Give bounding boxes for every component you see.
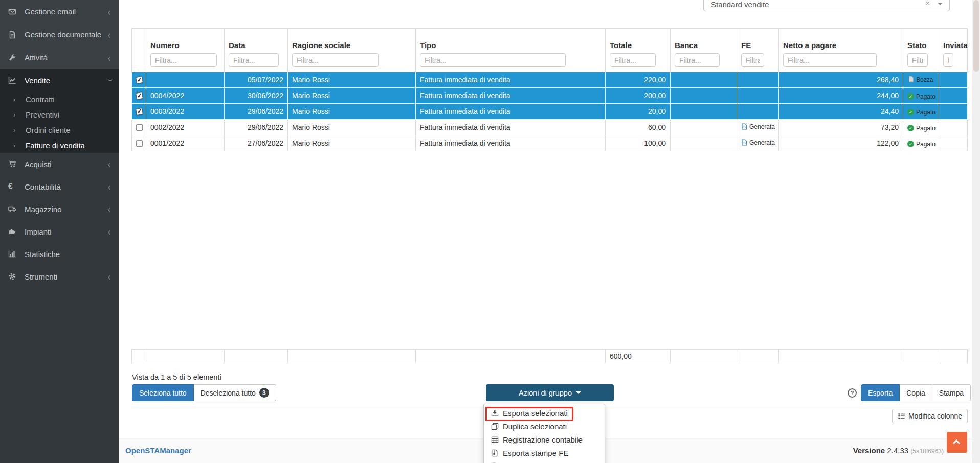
column-header-totale: Totale [606, 29, 671, 72]
column-header-tipo: Tipo [416, 29, 606, 72]
table-row[interactable]: 0004/2022 30/06/2022 Mario Rossi Fattura… [132, 88, 968, 104]
deselect-all-button[interactable]: Deseleziona tutto 3 [194, 384, 276, 401]
group-actions-menu: Esporta selezionati Duplica selezionati … [483, 404, 605, 463]
chevron-left-icon: ‹ [108, 158, 110, 170]
group-actions-button[interactable]: Azioni di gruppo [486, 384, 614, 401]
chevron-right-icon: › [13, 96, 26, 103]
column-header-data: Data [225, 29, 288, 72]
table-header-row: Numero Data Ragione sociale Tipo [132, 29, 968, 72]
sidebar-item-label: Statistiche [25, 250, 110, 259]
filter-input-netto[interactable] [783, 53, 877, 67]
results-summary: Vista da 1 a 5 di 5 elementi [132, 373, 221, 381]
table-grid-icon [491, 436, 499, 444]
chevron-left-icon: ‹ [108, 181, 110, 192]
table-row[interactable]: 05/07/2022 Mario Rossi Fattura immediata… [132, 72, 968, 88]
chevron-left-icon: ‹ [108, 271, 110, 282]
chevron-left-icon: ‹ [108, 52, 110, 63]
sidebar-item-strumenti[interactable]: Strumenti ‹ [0, 265, 119, 288]
sidebar-subitem-label: Ordini cliente [26, 126, 71, 134]
sidebar-subitem-fatture-di-vendita[interactable]: › Fatture di vendita [0, 137, 119, 153]
chevron-right-icon: › [13, 126, 26, 134]
menu-item-registrazione-contabile[interactable]: Registrazione contabile [484, 433, 605, 446]
edit-columns-button[interactable]: Modifica colonne [892, 409, 968, 423]
caret-down-icon [576, 391, 581, 394]
scrollbar-thumb[interactable] [973, 0, 979, 72]
file-xml-icon [741, 123, 747, 130]
sidebar-item-statistiche[interactable]: Statistiche [0, 243, 119, 265]
selection-buttons: Seleziona tutto Deseleziona tutto 3 [132, 384, 276, 401]
cart-icon [8, 160, 21, 168]
filter-input-stato[interactable] [907, 53, 928, 67]
envelope-icon [8, 8, 21, 16]
sidebar-subitem-label: Preventivi [26, 110, 59, 119]
draft-icon [908, 76, 914, 84]
fe-generated-badge: Generata [741, 139, 775, 146]
menu-item-esporta-selezionati[interactable]: Esporta selezionati [484, 406, 605, 420]
version-text: Versione 2.4.33 (5a18f6963) [853, 446, 944, 455]
row-checkbox[interactable] [136, 140, 143, 147]
status-badge: Pagato [907, 125, 936, 132]
sidebar-item-attivita[interactable]: Attività ‹ [0, 46, 119, 69]
filter-input-numero[interactable] [150, 53, 217, 67]
status-badge: Pagato [907, 141, 936, 148]
table-row[interactable]: 0001/2022 27/06/2022 Mario Rossi Fattura… [132, 135, 968, 151]
filter-input-tipo[interactable] [420, 53, 566, 67]
help-icon[interactable] [848, 388, 857, 398]
filter-input-inviata[interactable] [943, 53, 953, 67]
filter-input-fe[interactable] [741, 53, 764, 67]
column-header-fe: FE [737, 29, 779, 72]
sidebar-item-label: Gestione email [25, 7, 108, 16]
menu-item-esporta-fatture-elettroniche[interactable]: Esporta fatture elettroniche [484, 459, 605, 463]
sidebar-subitem-contratti[interactable]: › Contratti [0, 91, 119, 107]
sidebar-subitem-preventivi[interactable]: › Preventivi [0, 107, 119, 122]
brand-link[interactable]: OpenSTAManager [125, 446, 191, 455]
status-badge: Pagato [907, 93, 936, 100]
export-button[interactable]: Esporta [861, 384, 900, 401]
sidebar-item-contabilita[interactable]: Contabilità ‹ [0, 175, 119, 198]
sidebar-item-magazzino[interactable]: Magazzino ‹ [0, 198, 119, 220]
row-checkbox-checked[interactable] [136, 76, 143, 84]
menu-item-duplica-selezionati[interactable]: Duplica selezionati [484, 420, 605, 433]
filter-input-totale[interactable] [610, 53, 656, 67]
module-select-value: Standard vendite [711, 0, 769, 9]
sidebar-item-gestione-documentale[interactable]: Gestione documentale ‹ [0, 23, 119, 46]
chevron-left-icon: ‹ [108, 6, 110, 17]
sidebar-item-vendite[interactable]: Vendite ‹ [0, 69, 119, 91]
paid-check-icon [907, 109, 914, 115]
sidebar-item-label: Attività [25, 53, 108, 62]
status-badge: Pagato [907, 109, 936, 116]
module-select[interactable]: Standard vendite [703, 0, 950, 11]
menu-item-esporta-stampe-fe[interactable]: Esporta stampe FE [484, 446, 605, 459]
download-icon [491, 409, 499, 417]
euro-icon [8, 182, 21, 191]
chevron-down-icon[interactable] [938, 3, 943, 5]
paid-check-icon [907, 93, 914, 100]
totale-sum: 600,00 [606, 350, 671, 363]
sidebar-item-label: Acquisti [25, 160, 108, 169]
table-row[interactable]: 0002/2022 29/06/2022 Mario Rossi Fattura… [132, 120, 968, 135]
selected-count-badge: 3 [259, 388, 269, 398]
scroll-to-top-button[interactable] [947, 432, 967, 453]
header-checkbox-column [132, 29, 146, 72]
paid-check-icon [907, 141, 914, 147]
table-row[interactable]: 0003/2022 29/06/2022 Mario Rossi Fattura… [132, 104, 968, 120]
sidebar-item-gestione-email[interactable]: Gestione email ‹ [0, 0, 119, 23]
chevron-up-icon [953, 439, 960, 447]
sidebar-item-acquisti[interactable]: Acquisti ‹ [0, 153, 119, 175]
sidebar-subitem-label: Fatture di vendita [26, 141, 85, 150]
print-button[interactable]: Stampa [932, 384, 971, 401]
row-checkbox-checked[interactable] [136, 108, 143, 115]
column-header-stato: Stato [903, 29, 939, 72]
filter-input-data[interactable] [229, 53, 279, 67]
row-checkbox-checked[interactable] [136, 92, 143, 100]
sidebar-subitem-ordini-cliente[interactable]: › Ordini cliente [0, 122, 119, 137]
row-checkbox[interactable] [136, 124, 143, 131]
filter-input-ragione-sociale[interactable] [292, 53, 379, 67]
sidebar-item-label: Vendite [25, 76, 108, 85]
select-all-button[interactable]: Seleziona tutto [132, 384, 194, 401]
copy-button[interactable]: Copia [900, 384, 932, 401]
filter-input-banca[interactable] [675, 53, 720, 67]
sidebar-item-impianti[interactable]: Impianti ‹ [0, 220, 119, 243]
clear-icon[interactable] [925, 0, 930, 7]
column-header-banca: Banca [671, 29, 737, 72]
